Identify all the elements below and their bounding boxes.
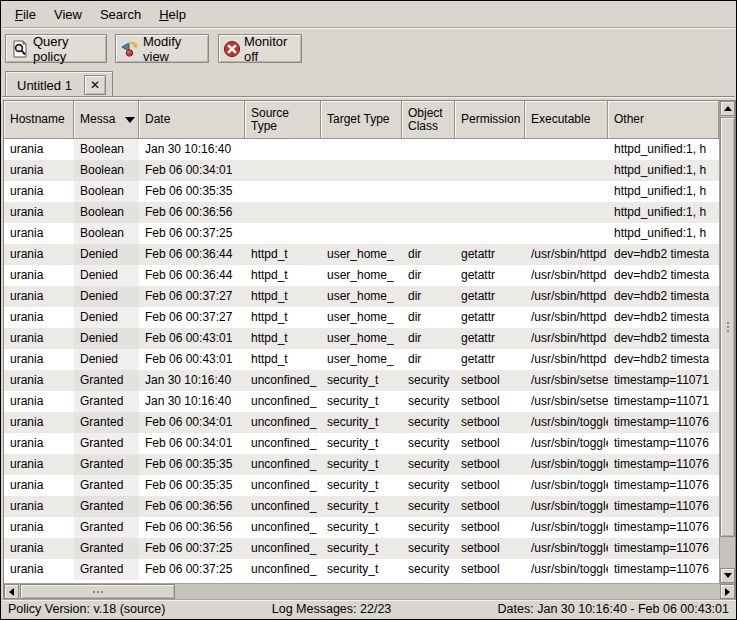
table-row[interactable]: uraniaDeniedFeb 06 00:36:44httpd_tuser_h… — [4, 244, 719, 265]
cell-target-type: user_home_ — [321, 265, 402, 286]
cell-messa: Denied — [74, 286, 139, 307]
cell-messa: Granted — [74, 433, 139, 454]
cell-permission: setbool — [455, 538, 525, 559]
column-header-label: Target Type — [327, 113, 389, 126]
column-header-label: Executable — [531, 113, 590, 126]
table-row[interactable]: uraniaBooleanFeb 06 00:37:25httpd_unifie… — [4, 223, 719, 244]
scroll-left-button[interactable] — [4, 584, 19, 599]
cell-date: Feb 06 00:35:35 — [139, 454, 245, 475]
table-row[interactable]: uraniaBooleanJan 30 10:16:40httpd_unifie… — [4, 139, 719, 160]
cell-messa: Denied — [74, 244, 139, 265]
table-row[interactable]: uraniaGrantedJan 30 10:16:40unconfined_s… — [4, 391, 719, 412]
table-row[interactable]: uraniaGrantedFeb 06 00:37:25unconfined_s… — [4, 538, 719, 559]
cell-other: timestamp=11071 — [608, 391, 719, 412]
cell-source-type: unconfined_ — [245, 412, 321, 433]
monitor-off-button[interactable]: Monitor off — [218, 34, 302, 63]
cell-object-class: security — [402, 559, 455, 580]
horizontal-scrollbar[interactable] — [4, 583, 735, 599]
modify-view-button[interactable]: Modify view — [115, 34, 209, 63]
cell-object-class — [402, 181, 455, 202]
cell-permission: setbool — [455, 475, 525, 496]
cell-source-type: httpd_t — [245, 349, 321, 370]
column-header-date[interactable]: Date — [139, 101, 245, 139]
table-row[interactable]: uraniaGrantedFeb 06 00:37:25unconfined_s… — [4, 559, 719, 580]
column-header-hostname[interactable]: Hostname — [4, 101, 74, 139]
column-header-source-type[interactable]: Source Type — [245, 101, 321, 139]
column-header-other[interactable]: Other — [608, 101, 719, 139]
cell-other: dev=hdb2 timesta — [608, 328, 719, 349]
cell-object-class: security — [402, 433, 455, 454]
table-row[interactable]: uraniaDeniedFeb 06 00:43:01httpd_tuser_h… — [4, 328, 719, 349]
cell-object-class: security — [402, 496, 455, 517]
vertical-scrollbar-thumb[interactable] — [720, 117, 735, 537]
cell-other: httpd_unified:1, h — [608, 223, 719, 244]
cell-date: Feb 06 00:37:25 — [139, 559, 245, 580]
cell-source-type — [245, 181, 321, 202]
cell-hostname: urania — [4, 370, 74, 391]
scroll-down-button[interactable] — [720, 568, 735, 583]
arrow-down-icon — [724, 573, 732, 578]
table-row[interactable]: uraniaDeniedFeb 06 00:37:27httpd_tuser_h… — [4, 286, 719, 307]
table-row[interactable]: uraniaBooleanFeb 06 00:34:01httpd_unifie… — [4, 160, 719, 181]
table-row[interactable]: uraniaGrantedFeb 06 00:34:01unconfined_s… — [4, 433, 719, 454]
menu-view[interactable]: View — [45, 3, 91, 26]
cell-executable — [525, 223, 608, 244]
cell-object-class: dir — [402, 349, 455, 370]
cell-target-type — [321, 181, 402, 202]
cell-other: timestamp=11076 — [608, 559, 719, 580]
cell-source-type: unconfined_ — [245, 496, 321, 517]
cell-target-type: security_t — [321, 370, 402, 391]
column-header-label: Object Class — [408, 107, 450, 133]
column-header-messa[interactable]: Messa — [74, 101, 139, 139]
column-header-permission[interactable]: Permission — [455, 101, 525, 139]
cell-permission — [455, 160, 525, 181]
table-row[interactable]: uraniaGrantedFeb 06 00:36:56unconfined_s… — [4, 517, 719, 538]
cell-permission: getattr — [455, 307, 525, 328]
cell-date: Jan 30 10:16:40 — [139, 139, 245, 160]
cell-other: timestamp=11076 — [608, 496, 719, 517]
cell-permission — [455, 202, 525, 223]
table-row[interactable]: uraniaGrantedJan 30 10:16:40unconfined_s… — [4, 370, 719, 391]
horizontal-scrollbar-thumb[interactable] — [20, 584, 175, 599]
cell-object-class: dir — [402, 307, 455, 328]
cell-permission: setbool — [455, 370, 525, 391]
cell-target-type: security_t — [321, 496, 402, 517]
column-header-object-class[interactable]: Object Class — [402, 101, 455, 139]
tab-untitled-1[interactable]: Untitled 1 ✕ — [5, 71, 113, 98]
tab-close-button[interactable]: ✕ — [84, 75, 106, 95]
scroll-up-button[interactable] — [720, 101, 735, 116]
cell-source-type — [245, 202, 321, 223]
cell-messa: Boolean — [74, 160, 139, 181]
table-body: uraniaBooleanJan 30 10:16:40httpd_unifie… — [4, 139, 719, 580]
thumb-grip-icon — [93, 591, 95, 593]
cell-date: Jan 30 10:16:40 — [139, 391, 245, 412]
cell-permission: getattr — [455, 244, 525, 265]
cell-permission: setbool — [455, 559, 525, 580]
cell-other: dev=hdb2 timesta — [608, 286, 719, 307]
table-row[interactable]: uraniaGrantedFeb 06 00:35:35unconfined_s… — [4, 475, 719, 496]
cell-source-type — [245, 160, 321, 181]
cell-permission: getattr — [455, 328, 525, 349]
cell-other: timestamp=11076 — [608, 517, 719, 538]
table-row[interactable]: uraniaDeniedFeb 06 00:36:44httpd_tuser_h… — [4, 265, 719, 286]
cell-source-type: unconfined_ — [245, 454, 321, 475]
table-row[interactable]: uraniaGrantedFeb 06 00:34:01unconfined_s… — [4, 412, 719, 433]
cell-messa: Denied — [74, 349, 139, 370]
table-row[interactable]: uraniaDeniedFeb 06 00:37:27httpd_tuser_h… — [4, 307, 719, 328]
cell-source-type — [245, 223, 321, 244]
query-policy-button[interactable]: Query policy — [5, 34, 107, 63]
column-header-target-type[interactable]: Target Type — [321, 101, 402, 139]
table-row[interactable]: uraniaGrantedFeb 06 00:36:56unconfined_s… — [4, 496, 719, 517]
menu-search[interactable]: Search — [91, 3, 150, 26]
scroll-right-button[interactable] — [720, 584, 735, 599]
menu-file[interactable]: File — [6, 3, 45, 26]
table-row[interactable]: uraniaGrantedFeb 06 00:35:35unconfined_s… — [4, 454, 719, 475]
cell-target-type: user_home_ — [321, 307, 402, 328]
column-header-executable[interactable]: Executable — [525, 101, 608, 139]
menu-help[interactable]: Help — [150, 3, 195, 26]
table-row[interactable]: uraniaDeniedFeb 06 00:43:01httpd_tuser_h… — [4, 349, 719, 370]
vertical-scrollbar[interactable] — [719, 101, 735, 583]
table-row[interactable]: uraniaBooleanFeb 06 00:35:35httpd_unifie… — [4, 181, 719, 202]
cell-hostname: urania — [4, 244, 74, 265]
table-row[interactable]: uraniaBooleanFeb 06 00:36:56httpd_unifie… — [4, 202, 719, 223]
